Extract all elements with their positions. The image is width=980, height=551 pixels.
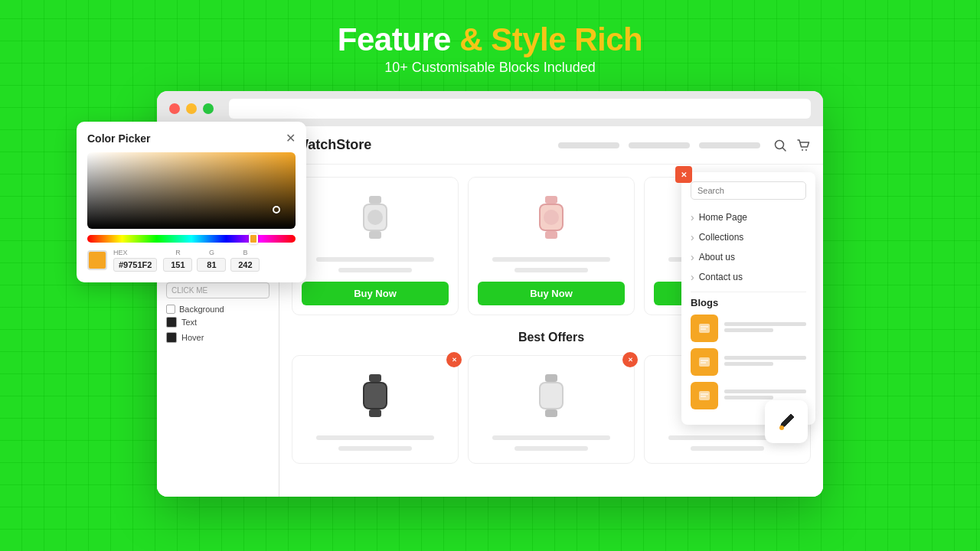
r-field-group: R 151: [163, 249, 192, 272]
r-label: R: [175, 249, 181, 256]
page-subtitle: 10+ Customisable Blocks Included: [338, 60, 642, 76]
offer-line-6: [691, 446, 764, 451]
offer-card-wrap-2: ✕: [468, 355, 635, 464]
blog-line-2b: [724, 362, 773, 366]
b-label: B: [243, 249, 247, 256]
nav-menu-overlay: ✕ Home Page Collections About us Contact…: [681, 172, 815, 425]
buy-now-button-1[interactable]: Buy Now: [302, 282, 449, 305]
svg-rect-21: [369, 409, 381, 417]
nav-item-about[interactable]: About us: [691, 247, 806, 267]
blog-line-1b: [724, 328, 773, 332]
b-value[interactable]: 242: [230, 258, 260, 272]
svg-rect-10: [545, 196, 557, 204]
nav-item-contact[interactable]: Contact us: [691, 267, 806, 287]
discount-badge-1: ✕: [446, 352, 462, 367]
g-label: G: [209, 249, 214, 256]
product-line-3: [492, 257, 610, 262]
color-picker-close-button[interactable]: ✕: [286, 132, 296, 145]
background-checkbox[interactable]: [166, 305, 175, 314]
product-line-1: [316, 257, 434, 262]
offer-card-1: [292, 355, 459, 464]
hue-thumb[interactable]: [249, 233, 258, 244]
blog-entry-1: [691, 315, 806, 342]
svg-rect-32: [699, 324, 710, 333]
blog-line-2a: [724, 356, 806, 360]
discount-badge-2: ✕: [622, 352, 638, 367]
product-card-wrap-2: Buy Now: [468, 177, 635, 315]
product-image-1: [345, 187, 406, 248]
cart-icon[interactable]: [795, 138, 811, 153]
page-header: Feature & Style Rich 10+ Customisable Bl…: [338, 21, 642, 76]
product-line-2: [338, 268, 412, 272]
g-value[interactable]: 81: [197, 258, 226, 272]
blogs-heading: Blogs: [691, 297, 806, 308]
product-card-2: Buy Now: [468, 177, 635, 315]
browser-content: Sidey Bar s ground over at the top of th…: [157, 126, 823, 497]
svg-point-41: [779, 425, 784, 430]
blog-thumb-1: [691, 315, 718, 342]
nav-placeholder-1: [558, 142, 619, 148]
product-card-1: Buy Now: [292, 177, 459, 315]
svg-rect-38: [699, 391, 710, 400]
nav-placeholder-2: [629, 142, 690, 148]
color-picker-values: HEX #9751F2 R 151 G 81 B: [157, 249, 296, 272]
blog-entry-2: [691, 348, 806, 376]
buy-now-button-2[interactable]: Buy Now: [478, 282, 625, 305]
svg-rect-24: [545, 374, 557, 382]
store-main: iWatchStore: [279, 126, 823, 497]
g-field-group: G 81: [197, 249, 226, 272]
nav-menu-close-button[interactable]: ✕: [675, 166, 692, 183]
rgb-fields: R 151 G 81 B 242: [163, 249, 296, 272]
nav-item-home[interactable]: Home Page: [691, 207, 806, 227]
store-body: Buy Now: [279, 165, 823, 497]
svg-rect-6: [369, 231, 381, 239]
address-bar[interactable]: [229, 99, 811, 119]
window-maximize-dot[interactable]: [203, 103, 214, 114]
search-icon[interactable]: [773, 138, 788, 153]
offer-image-2: [521, 365, 582, 426]
nav-menu-divider: [691, 292, 806, 292]
blog-line-1a: [724, 322, 806, 326]
hover-color-row: Hover: [166, 332, 270, 343]
svg-rect-23: [364, 383, 386, 408]
svg-rect-35: [699, 357, 710, 367]
blog-line-3a: [724, 390, 806, 393]
blog-line-3b: [724, 396, 773, 399]
offer-line-1: [316, 435, 434, 440]
hue-slider[interactable]: [157, 235, 296, 243]
hover-color-swatch[interactable]: [166, 332, 177, 343]
gradient-cursor[interactable]: [273, 206, 280, 214]
blog-thumb-3: [691, 382, 718, 409]
blog-thumb-2: [691, 348, 718, 376]
b-field-group: B 242: [230, 249, 260, 272]
text-color-swatch[interactable]: [166, 317, 177, 328]
svg-rect-20: [369, 374, 381, 382]
svg-rect-27: [541, 383, 562, 408]
title-highlight: & Style Rich: [459, 21, 642, 57]
svg-point-1: [776, 140, 784, 148]
nav-item-collections[interactable]: Collections: [691, 227, 806, 247]
store-nav: iWatchStore: [279, 126, 823, 165]
offer-line-2: [338, 446, 412, 451]
background-label: Background: [179, 305, 224, 314]
color-picker-panel: Color Picker ✕ HEX #9751F2: [157, 126, 306, 282]
hover-color-label: Hover: [181, 333, 204, 342]
svg-point-4: [805, 149, 807, 151]
nav-menu-search-input[interactable]: [691, 181, 806, 200]
r-value[interactable]: 151: [163, 258, 192, 272]
product-line-4: [514, 268, 588, 272]
paintbrush-icon[interactable]: [765, 400, 808, 443]
click-me-input[interactable]: CLICK ME: [166, 282, 270, 298]
window-close-dot[interactable]: [169, 103, 180, 114]
svg-rect-25: [545, 409, 557, 417]
svg-point-3: [802, 149, 803, 151]
offer-card-2: [468, 355, 635, 464]
color-picker-header: Color Picker ✕: [157, 132, 296, 145]
text-color-label: Text: [181, 318, 197, 327]
window-minimize-dot[interactable]: [186, 103, 197, 114]
blog-lines-2: [724, 356, 806, 368]
svg-rect-5: [369, 196, 381, 204]
color-gradient-picker[interactable]: [157, 152, 296, 229]
svg-point-9: [368, 210, 383, 225]
page-title: Feature & Style Rich: [338, 21, 642, 58]
